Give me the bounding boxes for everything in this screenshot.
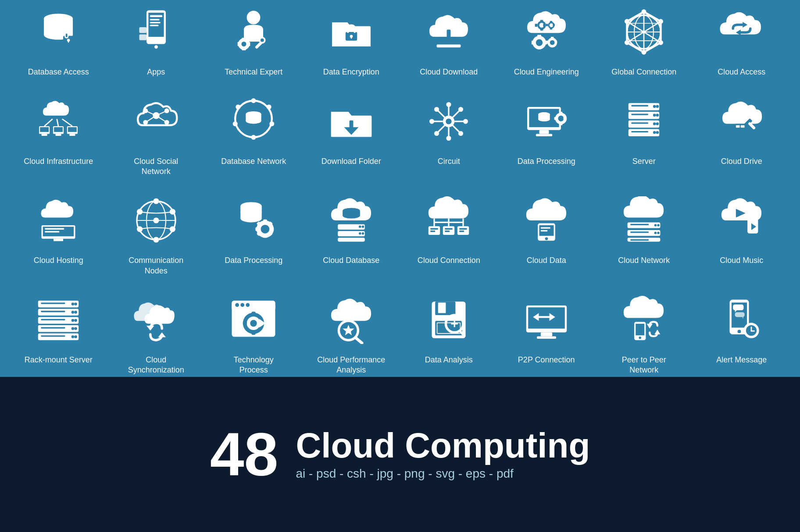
svg-point-157	[653, 131, 656, 134]
svg-rect-212	[429, 227, 440, 235]
svg-rect-51	[537, 35, 541, 38]
formats-list: ai - psd - csh - jpg - png - svg - eps -…	[296, 467, 590, 481]
data-analysis-label: Data Analysis	[425, 355, 473, 365]
svg-point-253	[75, 319, 78, 322]
communication-nodes-icon	[125, 190, 187, 251]
svg-point-104	[246, 118, 261, 124]
svg-point-250	[71, 311, 75, 314]
svg-point-93	[143, 120, 148, 124]
svg-point-74	[625, 40, 629, 45]
svg-point-126	[429, 119, 434, 124]
icon-cell-cloud-drive: Cloud Drive	[693, 86, 791, 181]
icon-cell-cloud-performance-analysis: Cloud Performance Analysis	[303, 285, 400, 380]
svg-rect-305	[733, 305, 743, 310]
svg-line-88	[57, 119, 58, 126]
icon-cell-cloud-access: Cloud Access	[693, 0, 791, 82]
technology-process-icon	[223, 289, 284, 351]
svg-point-71	[658, 19, 663, 24]
svg-rect-239	[630, 239, 649, 241]
product-title: Cloud Computing	[296, 428, 590, 463]
svg-rect-13	[150, 15, 162, 17]
icon-cell-cloud-hosting: Cloud Hosting	[10, 185, 107, 280]
svg-rect-39	[540, 20, 543, 23]
svg-rect-57	[551, 37, 554, 39]
svg-point-107	[270, 121, 275, 126]
svg-rect-275	[252, 331, 256, 335]
communication-nodes-label: Communication Nodes	[121, 255, 191, 276]
svg-rect-295	[541, 333, 552, 337]
svg-rect-85	[68, 127, 77, 132]
svg-point-236	[657, 232, 660, 234]
cloud-download-icon	[418, 1, 479, 63]
svg-rect-144	[559, 123, 562, 125]
svg-line-282	[356, 338, 362, 343]
svg-rect-228	[541, 227, 550, 229]
svg-rect-15	[150, 22, 160, 23]
cloud-connection-icon	[418, 190, 479, 251]
icon-cell-circuit: Circuit	[400, 86, 498, 181]
cloud-music-icon	[711, 190, 772, 251]
svg-rect-222	[445, 231, 450, 232]
cloud-connection-label: Cloud Connection	[418, 255, 480, 266]
svg-rect-8	[65, 33, 68, 38]
svg-point-270	[246, 303, 250, 307]
svg-rect-221	[445, 228, 453, 230]
svg-rect-143	[559, 112, 562, 114]
cloud-infrastructure-icon	[28, 91, 89, 152]
svg-rect-42	[543, 24, 546, 27]
svg-point-158	[656, 131, 659, 134]
svg-rect-207	[338, 238, 365, 242]
svg-rect-140	[536, 134, 552, 136]
svg-line-97	[146, 115, 156, 122]
cloud-performance-analysis-label: Cloud Performance Analysis	[316, 355, 386, 376]
icon-cell-rack-mount-server: Rack-mount Server	[10, 285, 107, 380]
svg-point-127	[463, 119, 468, 124]
icon-grid: Database Access	[10, 0, 790, 380]
svg-rect-219	[430, 228, 438, 230]
svg-point-50	[536, 39, 543, 46]
svg-rect-296	[537, 336, 556, 339]
icon-cell-data-processing-db: Data Processing	[205, 185, 303, 280]
svg-point-191	[261, 225, 270, 234]
bottom-section: 48 Cloud Computing ai - psd - csh - jpg …	[0, 377, 800, 532]
alert-message-icon	[711, 289, 772, 351]
cloud-synchronization-label: Cloud Synchronization	[121, 355, 191, 376]
database-access-icon	[28, 1, 89, 63]
icon-cell-cloud-infrastructure: Cloud Infrastructure	[10, 86, 107, 181]
svg-point-156	[656, 122, 659, 125]
svg-point-210	[359, 232, 361, 235]
icon-cell-cloud-synchronization: Cloud Synchronization	[107, 285, 205, 380]
icon-cell-cloud-network: Cloud Network	[595, 185, 693, 280]
cloud-access-icon	[711, 1, 772, 63]
technical-expert-icon	[223, 1, 284, 63]
icon-cell-cloud-database: Cloud Database	[303, 185, 400, 280]
svg-point-154	[656, 113, 659, 117]
icon-cell-peer-to-peer-network: Peer to Peer Network	[595, 285, 693, 380]
svg-rect-40	[540, 28, 543, 31]
cloud-performance-analysis-icon	[321, 289, 382, 351]
svg-rect-172	[54, 239, 63, 241]
icon-cell-cloud-download: Cloud Download	[400, 0, 498, 82]
svg-point-255	[75, 327, 78, 330]
svg-rect-19	[139, 35, 146, 40]
rack-mount-server-icon	[28, 289, 89, 351]
svg-rect-18	[139, 27, 146, 33]
svg-rect-307	[735, 312, 744, 317]
svg-point-124	[446, 102, 451, 107]
svg-rect-24	[242, 47, 246, 50]
svg-rect-298	[636, 324, 645, 335]
svg-point-269	[241, 303, 245, 307]
svg-marker-35	[442, 38, 456, 46]
icon-cell-cloud-data: Cloud Data	[498, 185, 596, 280]
svg-rect-237	[630, 224, 649, 225]
svg-point-44	[549, 23, 553, 27]
svg-rect-224	[459, 231, 464, 232]
data-processing-db-icon	[223, 190, 284, 251]
icon-cell-cloud-music: Cloud Music	[693, 185, 791, 280]
svg-rect-83	[56, 134, 61, 135]
svg-point-249	[75, 302, 78, 305]
svg-point-268	[235, 303, 239, 307]
svg-point-189	[241, 215, 262, 223]
cloud-database-label: Cloud Database	[323, 255, 379, 266]
svg-rect-36	[437, 45, 461, 48]
